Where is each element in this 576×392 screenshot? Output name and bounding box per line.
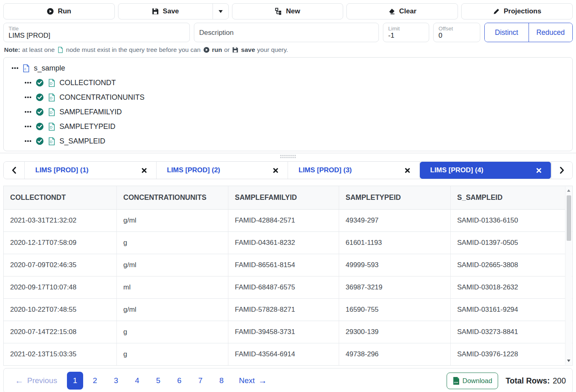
- csv-file-icon: csv: [453, 377, 460, 385]
- check-circle-icon[interactable]: [36, 108, 44, 116]
- table-cell: FAMID-43564-6914: [228, 343, 339, 365]
- splitter: [0, 153, 576, 158]
- check-circle-icon[interactable]: [36, 137, 44, 145]
- table-cell: 2020-12-17T07:58:09: [4, 231, 117, 254]
- table-cell: SAMID-03273-8841: [451, 321, 572, 343]
- floppy-icon: [152, 8, 159, 15]
- new-label: New: [286, 7, 300, 15]
- table-cell: FAMID-86561-8154: [228, 254, 339, 276]
- scroll-down-arrow[interactable]: [565, 358, 572, 364]
- tree-root-row: c s_sample: [4, 61, 572, 75]
- limit-field: Limit: [383, 23, 429, 42]
- node-menu-icon[interactable]: [25, 126, 31, 127]
- table-cell: 2020-10-22T07:48:55: [4, 298, 117, 321]
- new-button[interactable]: New: [232, 3, 344, 19]
- page-number-link[interactable]: 6: [170, 372, 189, 390]
- vertical-scrollbar: [565, 186, 572, 365]
- splitter-grip-icon[interactable]: [280, 155, 296, 158]
- save-button[interactable]: Save: [118, 3, 213, 19]
- caret-down-icon: [219, 10, 223, 13]
- next-label: Next: [239, 376, 255, 385]
- page-number-link[interactable]: 3: [107, 372, 125, 390]
- page-number-link[interactable]: 5: [149, 372, 168, 390]
- tabs-scroll-left-button[interactable]: [4, 162, 25, 179]
- reduced-button[interactable]: Reduced: [529, 23, 573, 42]
- note-or: or: [224, 46, 230, 54]
- column-header: SAMPLETYPEID: [339, 186, 451, 210]
- close-icon[interactable]: [141, 167, 147, 174]
- svg-text:D: D: [49, 111, 52, 115]
- table-cell: SAMID-01397-0505: [451, 231, 572, 254]
- table-cell: 49999-593: [339, 254, 451, 276]
- result-tab[interactable]: LIMS [PROD] (1): [25, 162, 157, 179]
- column-header: SAMPLEFAMILYID: [228, 186, 339, 210]
- download-button[interactable]: csv Download: [447, 373, 498, 389]
- note-prefix: Note:: [4, 46, 20, 54]
- node-menu-icon[interactable]: [25, 82, 31, 84]
- column-doc-icon: D: [48, 108, 55, 116]
- node-menu-icon[interactable]: [12, 67, 18, 69]
- tree-node-label: S_SAMPLEID: [60, 137, 105, 146]
- distinct-reduced-group: Distinct Reduced: [484, 23, 573, 42]
- table-cell: ml: [117, 276, 228, 298]
- description-input[interactable]: [199, 29, 374, 37]
- offset-input[interactable]: [438, 32, 475, 40]
- tree-root-label: s_sample: [34, 64, 65, 73]
- page-number-link[interactable]: 1: [67, 372, 83, 390]
- tab-label: LIMS [PROD] (2): [167, 166, 220, 174]
- table-cell: g: [117, 231, 228, 254]
- node-menu-icon[interactable]: [25, 96, 31, 98]
- title-label: Title: [9, 26, 185, 32]
- page-number-link[interactable]: 7: [191, 372, 210, 390]
- next-page-link[interactable]: Next →: [239, 376, 267, 386]
- tabs-scroll-right-button[interactable]: [551, 162, 572, 179]
- table-cell: SAMID-03018-2632: [451, 276, 572, 298]
- check-circle-icon[interactable]: [36, 93, 44, 101]
- page-number-link[interactable]: 4: [128, 372, 146, 390]
- svg-text:csv: csv: [454, 381, 458, 383]
- save-label: Save: [163, 7, 179, 15]
- result-tab[interactable]: LIMS [PROD] (2): [157, 162, 288, 179]
- title-field: Title: [3, 23, 190, 42]
- column-doc-icon: D: [48, 79, 55, 87]
- results-table: COLLECTIONDTCONCENTRATIONUNITSSAMPLEFAMI…: [3, 186, 573, 366]
- total-rows-value: 200: [552, 376, 566, 386]
- scroll-up-arrow[interactable]: [565, 187, 572, 194]
- tab-label: LIMS [PROD] (4): [430, 166, 484, 174]
- page-number-link[interactable]: 8: [212, 372, 231, 390]
- note-run: run: [212, 46, 222, 54]
- offset-field: Offset: [433, 23, 480, 42]
- clear-button[interactable]: Clear: [346, 3, 458, 19]
- note-line: Note: at least one node must exist in th…: [4, 46, 572, 54]
- table-cell: g: [117, 343, 228, 365]
- close-icon[interactable]: [273, 167, 279, 174]
- projections-button[interactable]: Projections: [461, 3, 573, 19]
- close-icon[interactable]: [536, 167, 542, 174]
- table-cell: 36987-3219: [339, 276, 451, 298]
- table-cell: FAMID-42884-2571: [228, 210, 339, 231]
- offset-label: Offset: [438, 26, 475, 32]
- limit-input[interactable]: [388, 32, 424, 40]
- node-menu-icon[interactable]: [25, 140, 31, 142]
- scrollbar-thumb[interactable]: [567, 195, 571, 241]
- title-input[interactable]: [9, 32, 185, 40]
- chevron-left-icon: [11, 167, 17, 174]
- run-button[interactable]: Run: [3, 3, 115, 19]
- save-dropdown-button[interactable]: [213, 3, 229, 19]
- node-menu-icon[interactable]: [25, 111, 31, 113]
- check-circle-icon[interactable]: [36, 79, 44, 87]
- result-tab[interactable]: LIMS [PROD] (3): [288, 162, 420, 179]
- limit-label: Limit: [388, 26, 424, 32]
- arrow-right-icon: →: [258, 376, 267, 386]
- check-circle-icon[interactable]: [36, 122, 44, 131]
- triangle-down-icon: [567, 360, 570, 362]
- tree-node-row: D SAMPLETYPEID: [4, 119, 572, 134]
- page-number-link[interactable]: 2: [86, 372, 104, 390]
- table-cell: 2020-09-17T10:07:48: [4, 276, 117, 298]
- previous-page-link[interactable]: ← Previous: [15, 376, 57, 386]
- column-doc-icon: D: [48, 93, 55, 102]
- distinct-button[interactable]: Distinct: [485, 23, 529, 42]
- table-cell: SAMID-02665-3808: [451, 254, 572, 276]
- close-icon[interactable]: [404, 167, 411, 174]
- result-tab[interactable]: LIMS [PROD] (4): [420, 162, 552, 179]
